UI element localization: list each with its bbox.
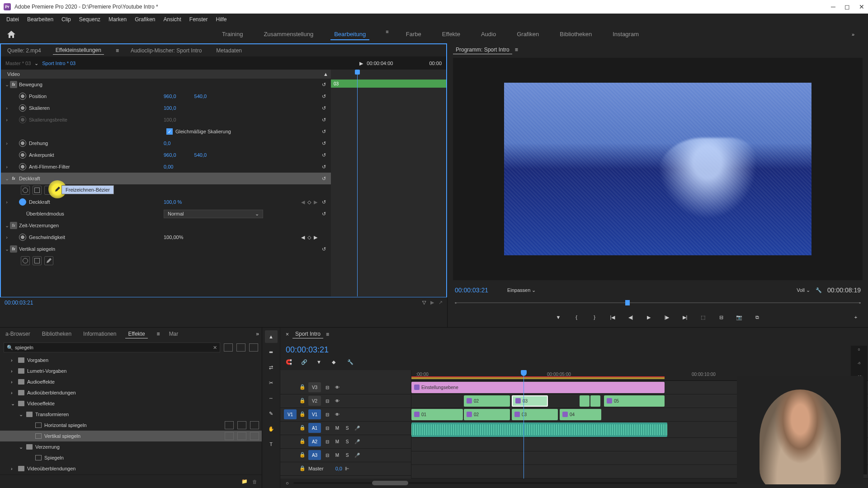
workspace-menu-icon[interactable]: ≡: [386, 29, 388, 40]
lock-icon[interactable]: 🔒: [299, 465, 306, 472]
extract-button[interactable]: ⊟: [716, 312, 726, 322]
track-output-toggle[interactable]: ⊟: [324, 451, 331, 459]
fx-badge[interactable]: fx: [10, 245, 17, 253]
play-button[interactable]: ▶: [644, 312, 654, 322]
menu-fenster[interactable]: Fenster: [186, 14, 212, 24]
ripple-edit-tool[interactable]: ⇄: [265, 361, 278, 374]
reset-icon[interactable]: ↺: [319, 80, 328, 89]
effects-folder[interactable]: ›Audioeffekte: [0, 376, 262, 387]
reset-icon[interactable]: ↺: [319, 115, 328, 124]
chevron-down-icon[interactable]: ⌄: [34, 61, 38, 66]
voice-over-icon[interactable]: 🎤: [354, 451, 361, 459]
stopwatch-icon[interactable]: [19, 93, 26, 100]
effects-folder[interactable]: ›Vorgaben: [0, 355, 262, 366]
video-clip[interactable]: 04: [560, 409, 601, 420]
uniform-scale-checkbox[interactable]: ✓: [166, 128, 173, 135]
effects-folder[interactable]: ›Videoüberblendungen: [0, 463, 262, 474]
zoom-out-handle[interactable]: ○: [286, 480, 289, 486]
stopwatch-icon-active[interactable]: [19, 198, 26, 206]
program-playhead[interactable]: [625, 300, 630, 305]
razor-tool[interactable]: ✂: [265, 376, 278, 389]
panel-menu-icon[interactable]: ≡: [116, 47, 119, 54]
panel-menu-icon[interactable]: ≡: [515, 47, 518, 53]
menu-sequenz[interactable]: Sequenz: [75, 14, 104, 24]
master-value[interactable]: 0,0: [335, 466, 342, 471]
next-keyframe-icon[interactable]: ▶: [314, 199, 317, 205]
reset-icon[interactable]: ↺: [319, 162, 328, 171]
maximize-button[interactable]: ◻: [844, 3, 850, 10]
project-tab[interactable]: Mar: [166, 330, 181, 338]
linked-selection-icon[interactable]: 🔗: [301, 359, 308, 366]
mute-toggle[interactable]: M: [334, 451, 341, 459]
32bit-badge-icon[interactable]: [236, 343, 245, 352]
lock-icon[interactable]: 🔒: [299, 438, 306, 445]
collapse-toggle[interactable]: ⌄: [4, 246, 10, 252]
workspace-tab-bibliotheken[interactable]: Bibliotheken: [556, 29, 595, 40]
track-label[interactable]: A2: [308, 436, 321, 446]
lift-button[interactable]: ⬚: [698, 312, 708, 322]
skalieren-value[interactable]: 100,0: [164, 105, 176, 111]
track-label[interactable]: A1: [308, 423, 321, 433]
add-keyframe-icon[interactable]: ◇: [307, 235, 311, 240]
source-tab[interactable]: Quelle: 2.mp4: [5, 47, 44, 55]
track-label[interactable]: V1: [308, 409, 321, 419]
ec-icon[interactable]: ▶: [430, 300, 434, 305]
fx-badge[interactable]: fx: [10, 175, 17, 182]
reset-icon[interactable]: ↺: [319, 174, 328, 183]
pen-mask-tool[interactable]: [44, 186, 53, 195]
video-clip[interactable]: 05: [604, 395, 665, 407]
filter-icon[interactable]: ▽: [422, 300, 426, 305]
stopwatch-icon[interactable]: [19, 104, 26, 112]
video-clip[interactable]: 02: [464, 409, 510, 420]
menu-datei[interactable]: Datei: [3, 14, 23, 24]
ankerpunkt-y-value[interactable]: 540,0: [194, 152, 207, 158]
reset-icon[interactable]: ↺: [319, 150, 328, 160]
stopwatch-icon[interactable]: [19, 140, 26, 147]
close-sequence-icon[interactable]: ×: [286, 331, 289, 338]
collapse-toggle[interactable]: ⌄: [4, 223, 10, 229]
ankerpunkt-x-value[interactable]: 960,0: [164, 152, 176, 158]
home-icon[interactable]: [5, 28, 18, 41]
panel-menu-icon[interactable]: ≡: [326, 331, 329, 338]
fx-badge[interactable]: fx: [10, 81, 17, 88]
program-viewport[interactable]: [453, 58, 863, 280]
selection-tool[interactable]: ▲: [265, 330, 278, 343]
ellipse-mask-tool[interactable]: [21, 186, 30, 195]
sequence-tab[interactable]: Sport Intro: [292, 330, 323, 338]
voice-over-icon[interactable]: 🎤: [354, 438, 361, 445]
effect-controls-timeline[interactable]: 03: [331, 70, 446, 296]
reset-icon[interactable]: ↺: [319, 197, 328, 206]
track-output-toggle[interactable]: ⊟: [324, 397, 331, 404]
ec-playhead[interactable]: [357, 70, 358, 296]
accelerated-badge-icon[interactable]: [224, 343, 233, 352]
settings-icon[interactable]: ◆: [332, 359, 339, 366]
wrench-icon[interactable]: 🔧: [347, 359, 354, 366]
menu-bearbeiten[interactable]: Bearbeiten: [24, 14, 57, 24]
solo-toggle[interactable]: S: [344, 438, 351, 445]
video-clip[interactable]: 03: [512, 409, 558, 420]
mark-out-icon[interactable]: ◦: [859, 300, 861, 305]
zoom-fit-dropdown[interactable]: Einpassen ⌄: [507, 287, 536, 293]
collapse-toggle[interactable]: ›: [4, 141, 10, 146]
lock-icon[interactable]: 🔒: [299, 425, 306, 431]
quality-dropdown[interactable]: Voll ⌄: [797, 287, 810, 293]
go-to-in-button[interactable]: |◀: [608, 312, 618, 322]
prev-keyframe-icon[interactable]: ◀: [301, 235, 305, 240]
workspace-overflow-icon[interactable]: »: [843, 32, 863, 37]
yuv-badge-icon[interactable]: [249, 343, 258, 352]
mark-out-button[interactable]: }: [590, 312, 599, 322]
project-tab[interactable]: a-Browser: [3, 330, 33, 338]
hand-tool[interactable]: ✋: [265, 422, 278, 435]
collapse-toggle[interactable]: ⌄: [4, 82, 10, 88]
track-output-toggle[interactable]: ⊟: [324, 384, 331, 391]
export-frame-button[interactable]: 📷: [734, 312, 744, 322]
add-keyframe-icon[interactable]: ◇: [307, 199, 311, 205]
prev-keyframe-icon[interactable]: ◀: [301, 199, 305, 205]
collapse-toggle[interactable]: ›: [4, 199, 10, 205]
slip-tool[interactable]: ↔: [265, 392, 278, 404]
video-clip-selected[interactable]: 03: [512, 395, 548, 407]
menu-marken[interactable]: Marken: [105, 14, 130, 24]
video-clip[interactable]: [580, 395, 590, 407]
drehung-value[interactable]: 0,0: [164, 141, 170, 146]
position-x-value[interactable]: 960,0: [164, 94, 176, 99]
